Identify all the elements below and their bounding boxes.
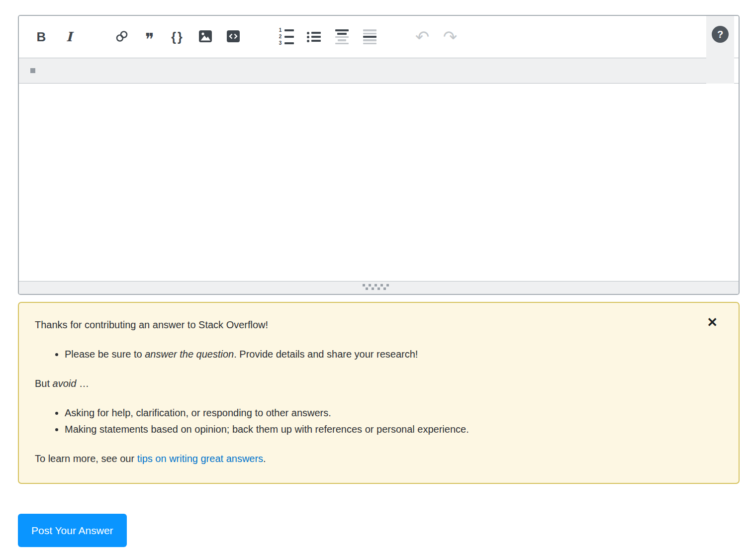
inline-code-button[interactable]: {} bbox=[166, 25, 189, 48]
image-icon bbox=[198, 29, 213, 45]
notice-avoid-item: Making statements based on opinion; back… bbox=[65, 421, 721, 438]
unordered-list-icon bbox=[307, 32, 321, 42]
post-your-answer-button[interactable]: Post Your Answer bbox=[18, 514, 127, 547]
link-button[interactable] bbox=[110, 25, 133, 48]
tips-link[interactable]: tips on writing great answers bbox=[137, 453, 263, 464]
italic-button[interactable]: I bbox=[58, 25, 81, 48]
toolbar-group-text-style: B I bbox=[30, 25, 86, 48]
help-strip: ? bbox=[706, 16, 734, 84]
answer-body-input[interactable] bbox=[19, 84, 739, 281]
toolbar-group-history: ↶ ↷ bbox=[411, 25, 467, 48]
bold-icon: B bbox=[37, 29, 46, 45]
statusbar-gap bbox=[734, 58, 739, 83]
editor-statusbar bbox=[19, 58, 734, 83]
notice-tip-list: Please be sure to answer the question. P… bbox=[35, 346, 721, 363]
code-block-icon bbox=[226, 29, 241, 45]
undo-button[interactable]: ↶ bbox=[411, 25, 434, 48]
italic-icon: I bbox=[66, 29, 72, 44]
editor-toolbar: B I ❞ {} bbox=[19, 16, 739, 58]
editor-resize-handle[interactable] bbox=[19, 281, 739, 294]
notice-tip-item: Please be sure to answer the question. P… bbox=[65, 346, 721, 363]
redo-button[interactable]: ↷ bbox=[439, 25, 462, 48]
editor-statusbar-row bbox=[19, 58, 739, 84]
image-button[interactable] bbox=[194, 25, 217, 48]
close-notice-button[interactable]: ✕ bbox=[707, 316, 718, 329]
cursor-placeholder-square bbox=[30, 68, 35, 73]
notice-avoid-item: Asking for help, clarification, or respo… bbox=[65, 405, 721, 421]
notice-avoid-list: Asking for help, clarification, or respo… bbox=[35, 405, 721, 438]
ordered-list-button[interactable]: 1 2 3 bbox=[275, 25, 297, 48]
ordered-list-icon: 1 2 3 bbox=[278, 28, 294, 46]
notice-learn-more: To learn more, see our tips on writing g… bbox=[35, 451, 721, 467]
notice-title: Thanks for contributing an answer to Sta… bbox=[35, 317, 721, 333]
answer-editor: B I ❞ {} bbox=[18, 15, 740, 295]
horizontal-rule-button[interactable] bbox=[358, 25, 381, 48]
unordered-list-button[interactable] bbox=[302, 25, 325, 48]
answer-guidance-notice: ✕ Thanks for contributing an answer to S… bbox=[18, 302, 740, 484]
link-icon bbox=[114, 29, 129, 45]
heading-icon bbox=[335, 29, 349, 45]
heading-button[interactable] bbox=[330, 25, 353, 48]
grip-dots-icon bbox=[363, 283, 395, 292]
blockquote-icon: ❞ bbox=[145, 31, 154, 48]
code-block-button[interactable] bbox=[222, 25, 245, 48]
blockquote-button[interactable]: ❞ bbox=[138, 25, 161, 48]
bold-button[interactable]: B bbox=[30, 25, 53, 48]
question-mark-icon: ? bbox=[717, 29, 723, 40]
undo-icon: ↶ bbox=[415, 28, 430, 45]
notice-avoid-intro: But avoid … bbox=[35, 375, 721, 392]
inline-code-icon: {} bbox=[171, 30, 184, 44]
close-icon: ✕ bbox=[707, 315, 718, 330]
redo-icon: ↷ bbox=[443, 28, 458, 45]
toolbar-group-blocks: 1 2 3 bbox=[275, 25, 386, 48]
toolbar-group-insert: ❞ {} bbox=[110, 25, 250, 48]
help-button[interactable]: ? bbox=[712, 26, 729, 43]
horizontal-rule-icon bbox=[363, 29, 376, 44]
